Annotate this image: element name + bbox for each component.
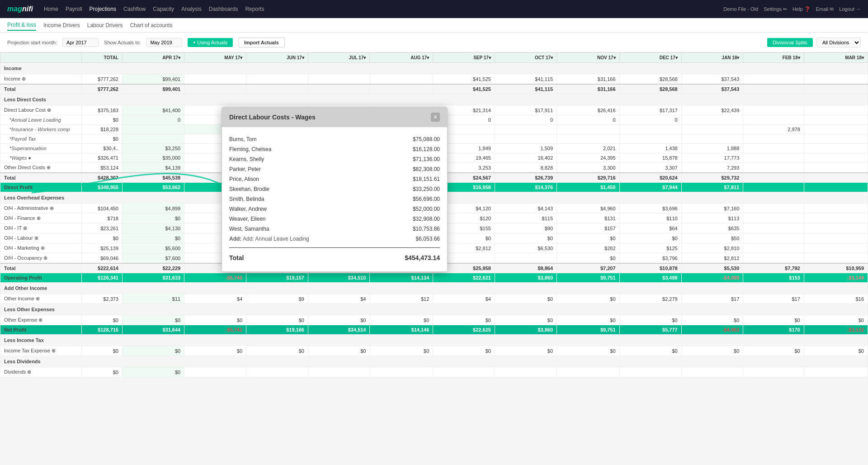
oh-it-label[interactable]: O/H - IT ⊕ <box>0 223 82 233</box>
direct-labour-jan: $22,439 <box>681 105 743 115</box>
income-total-nov: $31,166 <box>557 84 620 94</box>
help-link[interactable]: Help ❓ <box>793 6 811 12</box>
modal-item-parker: Parker, Peter $82,308.00 <box>229 164 440 174</box>
modal-item-skeehan: Skeehan, Brodie $33,250.00 <box>229 184 440 194</box>
col-header-aug17: AUG 17▾ <box>370 53 433 63</box>
other-expense-label[interactable]: Other Expense ⊕ <box>0 315 82 325</box>
oh-marketing-label[interactable]: O/H - Marketing ⊕ <box>0 243 82 253</box>
col-header-may17: MAY 17▾ <box>184 53 246 63</box>
modal-item-price: Price, Alison $18,151.61 <box>229 174 440 184</box>
main-content: TOTAL APR 17▾ MAY 17▾ JUN 17▾ JUL 17▾ AU… <box>0 52 868 377</box>
direct-labour-label[interactable]: Direct Labour Cost ⊕ <box>0 105 82 115</box>
nav-links: Home Payroll Projections Cashflow Capaci… <box>44 6 723 12</box>
col-header-apr17: APR 17▾ <box>123 53 184 63</box>
top-nav: magnifi Home Payroll Projections Cashflo… <box>0 0 868 18</box>
wages-label[interactable]: *Wages ● <box>0 153 82 163</box>
col-header-oct17: OCT 17▾ <box>495 53 557 63</box>
projection-start-input[interactable] <box>62 38 99 47</box>
oh-occupancy-label[interactable]: O/H - Occupancy ⊕ <box>0 253 82 264</box>
direct-labour-apr: $41,400 <box>123 105 184 115</box>
email-link[interactable]: Email ✉ <box>816 6 834 12</box>
insurance-label: *Insurance - Workers comp <box>0 125 82 134</box>
nav-analysis[interactable]: Analysis <box>181 6 202 12</box>
nav-capacity[interactable]: Capacity <box>153 6 174 12</box>
oh-admin-label[interactable]: O/H - Administrative ⊕ <box>0 204 82 214</box>
row-income-aug <box>370 74 433 85</box>
row-income-dec: $28,568 <box>619 74 681 85</box>
all-divisions-select[interactable]: All Divisions <box>816 38 861 47</box>
row-income-jul <box>308 74 370 85</box>
demo-file-label: Demo File - Old <box>723 6 758 12</box>
nav-home[interactable]: Home <box>44 6 58 12</box>
subnav-labour-drivers[interactable]: Labour Drivers <box>87 20 123 30</box>
row-income-mar <box>804 74 868 85</box>
row-income-jan: $37,543 <box>681 74 743 85</box>
col-header-jan18: JAN 18▾ <box>681 53 743 63</box>
modal-body: Burns, Tom $75,088.00 Fleming, Chelsea $… <box>222 127 447 271</box>
nav-reports[interactable]: Reports <box>245 6 264 12</box>
import-actuals-button[interactable]: Import Actuals <box>238 38 285 47</box>
income-total-sep: $41,525 <box>433 84 495 94</box>
row-income-nov: $31,166 <box>557 74 620 85</box>
table-row: Income Tax Expense ⊕ $0$0 $0$0$0$0$0 $0$… <box>0 346 868 356</box>
row-income-apr: $99,401 <box>123 74 184 85</box>
direct-labour-oct: $17,911 <box>495 105 557 115</box>
superannuation-label: *Superannuation <box>0 144 82 153</box>
net-profit-row: Net Profit $128,715$31,644 -$5,742 $19,1… <box>0 325 868 335</box>
direct-labour-nov: $26,416 <box>557 105 620 115</box>
subnav-profit-loss[interactable]: Profit & loss <box>7 20 36 31</box>
subnav-chart-of-accounts[interactable]: Chart of accounts <box>130 20 172 30</box>
oh-finance-label[interactable]: O/H - Finance ⊕ <box>0 214 82 223</box>
row-income-sep: $41,525 <box>433 74 495 85</box>
modal-item-burns: Burns, Tom $75,088.00 <box>229 134 440 144</box>
table-row: Other Expense ⊕ $0$0 $0$0$0$0$0 $0$0$0$0… <box>0 315 868 325</box>
wages-modal: Direct Labour Costs - Wages ✕ Burns, Tom… <box>222 107 448 272</box>
income-total-apr: $99,401 <box>123 84 184 94</box>
actuals-to-input[interactable] <box>146 38 182 47</box>
modal-item-weaver: Weaver, Eileen $32,908.00 <box>229 214 440 224</box>
settings-link[interactable]: Settings ✏ <box>764 6 787 12</box>
modal-item-fleming: Fleming, Chelsea $16,128.00 <box>229 144 440 154</box>
nav-dashboards[interactable]: Dashboards <box>209 6 238 12</box>
col-header-total: TOTAL <box>82 53 123 63</box>
table-row: Other Income ⊕ $2,373$11 $4$9$4$12$4 $0$… <box>0 294 868 304</box>
col-header-nov17: NOV 17▾ <box>557 53 620 63</box>
show-actuals-label: Show Actuals to: <box>104 40 141 45</box>
toolbar: Projection start month: Show Actuals to:… <box>0 33 868 52</box>
income-tax-label[interactable]: Income Tax Expense ⊕ <box>0 346 82 356</box>
using-actuals-button[interactable]: Using Actuals <box>188 38 233 47</box>
table-row: Dividends ⊕ $0$0 <box>0 367 868 377</box>
nav-payroll[interactable]: Payroll <box>66 6 82 12</box>
col-header-mar18: MAR 18▾ <box>804 53 868 63</box>
row-income-label[interactable]: Income ⊕ <box>0 74 82 85</box>
modal-add-row: Add: Add: Annual Leave Loading $6,053.66 <box>229 234 440 244</box>
modal-close-button[interactable]: ✕ <box>431 113 440 122</box>
oh-labour-label[interactable]: O/H - Labour ⊕ <box>0 233 82 243</box>
income-total-val: $777,262 <box>82 84 123 94</box>
dividends-label[interactable]: Dividends ⊕ <box>0 367 82 377</box>
table-header-row: TOTAL APR 17▾ MAY 17▾ JUN 17▾ JUL 17▾ AU… <box>0 53 868 63</box>
income-section-label: Income <box>0 63 868 74</box>
direct-costs-label: Less Direct Costs <box>0 94 868 105</box>
section-other-income: Add Other Income <box>0 283 868 294</box>
projection-start-label: Projection start month: <box>7 40 57 45</box>
divisional-splits-button[interactable]: Divisional Splits <box>767 38 813 47</box>
section-income-tax: Less Income Tax <box>0 335 868 346</box>
subnav-income-drivers[interactable]: Income Drivers <box>43 20 80 30</box>
table-row: Income ⊕ $777,262 $99,401 $41,525 $41,11… <box>0 74 868 85</box>
sub-nav: Profit & loss Income Drivers Labour Driv… <box>0 18 868 33</box>
other-income-label[interactable]: Other Income ⊕ <box>0 294 82 304</box>
payroll-tax-label: *Payroll Tax <box>0 134 82 144</box>
nav-projections[interactable]: Projections <box>90 6 116 12</box>
nav-right: Demo File - Old Settings ✏ Help ❓ Email … <box>723 6 861 12</box>
row-income-may <box>184 74 246 85</box>
modal-item-kearns: Kearns, Shelly $71,136.00 <box>229 154 440 164</box>
modal-title: Direct Labour Costs - Wages <box>229 114 316 121</box>
nav-cashflow[interactable]: Cashflow <box>123 6 146 12</box>
other-direct-label[interactable]: Other Direct Costs ⊕ <box>0 163 82 173</box>
logout-link[interactable]: Logout → <box>839 6 861 12</box>
col-header-feb18: FEB 18▾ <box>743 53 804 63</box>
direct-profit-label: Direct Profit <box>0 183 82 192</box>
row-income-feb <box>743 74 804 85</box>
logo[interactable]: magnifi <box>7 5 33 13</box>
